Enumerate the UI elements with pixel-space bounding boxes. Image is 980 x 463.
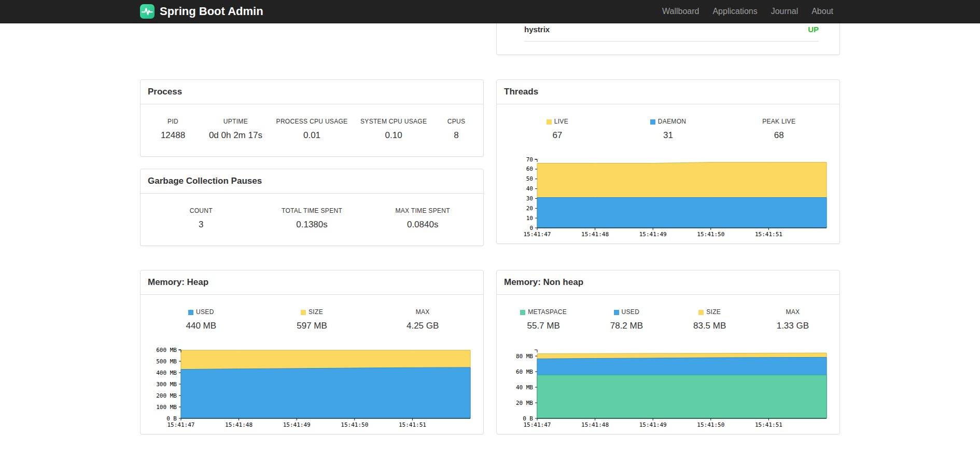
stat-value: 31 [613, 130, 724, 141]
stat-value: 597 MB [257, 321, 368, 331]
svg-text:200 MB: 200 MB [156, 392, 177, 399]
svg-text:60 MB: 60 MB [516, 369, 533, 375]
nonheap-panel-title: Memory: Non heap [497, 270, 839, 295]
stat-label: METASPACE [502, 308, 585, 316]
nav-links: Wallboard Applications Journal About [655, 0, 840, 23]
stat-heap-size: SIZE 597 MB [257, 308, 368, 331]
stat-label: SYSTEM CPU USAGE [353, 118, 435, 126]
stat-value: 0.10 [353, 130, 435, 141]
stat-process-cpu: PROCESS CPU USAGE 0.01 [271, 118, 353, 141]
stat-nonheap-used: USED 78.2 MB [585, 308, 668, 331]
row2-right-col: Memory: Non heap METASPACE 55.7 MB USED [496, 270, 840, 434]
svg-text:15:41:49: 15:41:49 [639, 421, 667, 428]
heap-panel-title: Memory: Heap [141, 270, 483, 295]
stat-value: 3 [146, 220, 257, 230]
stat-threads-live: LIVE 67 [502, 118, 613, 141]
svg-text:15:41:49: 15:41:49 [639, 231, 667, 238]
brand-title: Spring Boot Admin [160, 5, 263, 18]
legend-swatch-metaspace [520, 310, 525, 315]
stat-gc-count: COUNT 3 [146, 207, 257, 230]
nonheap-panel: Memory: Non heap METASPACE 55.7 MB USED [496, 270, 840, 434]
svg-text:80 MB: 80 MB [516, 353, 533, 360]
stat-label: PID [146, 118, 200, 126]
legend-swatch-daemon [650, 119, 655, 125]
stat-gc-max-time: MAX TIME SPENT 0.0840s [367, 207, 478, 230]
svg-text:15:41:48: 15:41:48 [581, 421, 609, 428]
main-container: hystrix UP Process PID 12488 UPTIME 0d 0… [140, 23, 840, 434]
legend-swatch-used [614, 310, 619, 315]
legend-swatch-used [188, 310, 193, 315]
svg-text:40: 40 [526, 185, 533, 192]
legend-swatch-size [301, 310, 306, 315]
stat-label: SIZE [668, 308, 751, 316]
svg-text:15:41:49: 15:41:49 [283, 421, 311, 428]
legend-swatch-live [547, 119, 552, 125]
row1-left-col: Process PID 12488 UPTIME 0d 0h 2m 17s PR… [140, 79, 484, 246]
stat-cpus: CPUS 8 [435, 118, 478, 141]
stat-label: MAX [751, 308, 834, 316]
threads-chart: 01020304050607015:41:4715:41:4815:41:491… [498, 156, 830, 240]
stat-label-text: SIZE [309, 308, 323, 316]
stat-value: 0d 0h 2m 17s [200, 130, 271, 141]
svg-text:15:41:50: 15:41:50 [341, 421, 368, 428]
stat-value: 440 MB [146, 321, 257, 331]
threads-panel-title: Threads [497, 80, 839, 104]
stat-value: 67 [502, 130, 613, 141]
stat-value: 1.33 GB [751, 321, 834, 331]
stat-value: 8 [435, 130, 478, 141]
nav-item-journal[interactable]: Journal [764, 7, 805, 16]
svg-text:400 MB: 400 MB [156, 370, 177, 376]
legend-swatch-size [698, 310, 704, 315]
svg-text:70: 70 [526, 156, 533, 163]
svg-text:15:41:51: 15:41:51 [399, 421, 426, 428]
stat-label: MAX [367, 308, 478, 316]
stat-label: USED [585, 308, 668, 316]
stat-value: 55.7 MB [502, 321, 585, 331]
stat-label-text: DAEMON [658, 118, 686, 126]
svg-text:60: 60 [526, 166, 533, 172]
process-stats: PID 12488 UPTIME 0d 0h 2m 17s PROCESS CP… [141, 104, 483, 156]
svg-text:40 MB: 40 MB [516, 384, 533, 391]
stat-label: MAX TIME SPENT [367, 207, 478, 215]
stat-label-text: SIZE [706, 308, 721, 316]
nav-item-about[interactable]: About [805, 7, 840, 16]
stat-threads-peak: PEAK LIVE 68 [723, 118, 834, 141]
nav-item-applications[interactable]: Applications [706, 7, 764, 16]
stat-nonheap-size: SIZE 83.5 MB [668, 308, 751, 331]
stat-value: 0.01 [271, 130, 353, 141]
stat-nonheap-metaspace: METASPACE 55.7 MB [502, 308, 585, 331]
top-row-right: hystrix UP [496, 23, 840, 55]
stat-label: TOTAL TIME SPENT [257, 207, 368, 215]
svg-text:15:41:48: 15:41:48 [581, 231, 609, 238]
stat-value: 68 [723, 130, 834, 141]
brand-link[interactable]: Spring Boot Admin [140, 4, 263, 19]
nav-item-wallboard[interactable]: Wallboard [655, 7, 706, 16]
svg-text:50: 50 [526, 175, 533, 182]
stat-label: SIZE [257, 308, 368, 316]
svg-text:15:41:47: 15:41:47 [524, 421, 551, 428]
heap-legend: USED 440 MB SIZE 597 MB MAX 4.25 GB [141, 295, 483, 347]
stat-value: 4.25 GB [367, 321, 478, 331]
svg-text:15:41:47: 15:41:47 [167, 421, 195, 428]
stat-heap-max: MAX 4.25 GB [367, 308, 478, 331]
svg-text:15:41:48: 15:41:48 [225, 421, 253, 428]
row2-left-col: Memory: Heap USED 440 MB SIZE [140, 270, 484, 434]
navbar-inner: Spring Boot Admin Wallboard Applications… [140, 0, 840, 23]
stat-value: 12488 [146, 130, 200, 141]
svg-text:15:41:50: 15:41:50 [697, 421, 724, 428]
stat-label: PEAK LIVE [723, 118, 834, 126]
stat-value: 0.1380s [257, 220, 368, 230]
top-row: hystrix UP [140, 23, 840, 55]
stat-heap-used: USED 440 MB [146, 308, 257, 331]
stat-value: 0.0840s [367, 220, 478, 230]
threads-legend: LIVE 67 DAEMON 31 PEAK LIVE 68 [497, 104, 839, 156]
heap-panel: Memory: Heap USED 440 MB SIZE [140, 270, 484, 434]
svg-text:100 MB: 100 MB [156, 404, 177, 411]
stat-threads-daemon: DAEMON 31 [613, 118, 724, 141]
top-row-left-empty [140, 23, 484, 55]
stat-pid: PID 12488 [146, 118, 200, 141]
svg-text:15:41:51: 15:41:51 [755, 421, 782, 428]
stat-nonheap-max: MAX 1.33 GB [751, 308, 834, 331]
svg-text:15:41:47: 15:41:47 [524, 231, 551, 238]
svg-text:10: 10 [526, 215, 533, 222]
